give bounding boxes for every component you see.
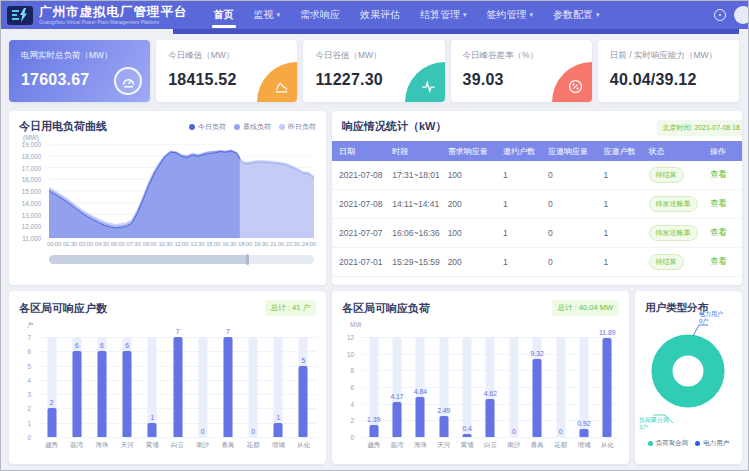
datazoom-slider[interactable] [49, 255, 314, 264]
chevron-down-icon: ▾ [277, 11, 281, 19]
chevron-down-icon: ▾ [596, 11, 600, 19]
app-title: 广州市虚拟电厂管理平台 [39, 6, 188, 19]
responded_users-cell: 1 [596, 170, 641, 180]
legend-dot-icon [189, 124, 195, 130]
category-label: 番禺 [215, 441, 240, 450]
column-header: 操作 [703, 146, 736, 157]
responded_users-cell: 1 [596, 228, 641, 238]
category-label: 海珠 [89, 441, 114, 450]
bar-slot: 0 [502, 337, 525, 437]
bar [97, 351, 106, 437]
category-label: 荔湾 [385, 441, 408, 450]
legend-item[interactable]: 负荷聚合商 [648, 439, 689, 448]
bar [173, 337, 182, 437]
bar-value-label: 6 [125, 342, 129, 349]
nav-item-7[interactable]: 参数配置▾ [543, 1, 610, 29]
legend-label: 昨日负荷 [288, 122, 316, 132]
bar-slot: 0.4 [455, 337, 478, 437]
bar-slot: 1 [140, 337, 165, 437]
legend-item[interactable]: 电力用户 [695, 439, 729, 448]
bar-value-label: 0 [201, 428, 205, 435]
table-row: 2021-07-0814:11~14:41200101待发送账单查看 [332, 190, 742, 219]
date-cell: 2021-07-08 [332, 199, 385, 209]
kpi-card-5: 日前 / 实时响应能力（MW）40.04/39.12 [598, 40, 739, 102]
y-tick-label: 0 [27, 434, 31, 441]
legend-item[interactable]: 昨日负荷 [279, 122, 316, 132]
nav-item-1[interactable]: 首页 [204, 1, 244, 29]
bar-value-label: 9.32 [531, 350, 544, 357]
bar-slot: 0.92 [572, 337, 595, 437]
status-cell: 待结算 [642, 254, 704, 270]
bar-value-label: 4.62 [484, 390, 497, 397]
bar [533, 359, 542, 437]
nav-item-3[interactable]: 需求响应 [290, 1, 350, 29]
legend-label: 负荷聚合商 [656, 439, 689, 448]
bar [299, 366, 308, 437]
grid-line [362, 437, 619, 438]
x-tick-label: 12:00 [174, 241, 188, 247]
kpi-row: 电网实时总负荷（MW）17603.67今日峰值（MW）18415.52今日谷值（… [9, 40, 739, 102]
user-avatar[interactable] [734, 6, 749, 24]
nav-item-6[interactable]: 签约管理▾ [477, 1, 544, 29]
x-tick-label: 13:30 [190, 241, 204, 247]
legend-label: 基线负荷 [243, 122, 271, 132]
period-cell: 15:29~15:59 [385, 257, 440, 267]
category-label: 黄埔 [455, 441, 478, 450]
grid-line [39, 437, 316, 438]
category-label: 南沙 [190, 441, 215, 450]
bar-slot: 2 [39, 337, 64, 437]
nav-item-2[interactable]: 监视▾ [244, 1, 291, 29]
y-tick-label: 4 [350, 400, 354, 407]
invited-cell: 1 [496, 199, 541, 209]
date-cell: 2021-07-08 [332, 170, 385, 180]
households-bar-plot: 26661707015 [39, 337, 316, 437]
period-cell: 14:11~14:41 [385, 199, 440, 209]
column-header: 应邀响应量 [541, 146, 596, 157]
legend-dot-icon [648, 441, 653, 446]
load-curve-legend: 今日负荷基线负荷昨日负荷 [189, 122, 316, 132]
category-label: 越秀 [362, 441, 385, 450]
bar [47, 408, 56, 437]
nav-item-5[interactable]: 结算管理▾ [410, 1, 477, 29]
legend-item[interactable]: 基线负荷 [234, 122, 271, 132]
bar-slot: 5 [291, 337, 316, 437]
category-label: 海珠 [409, 441, 432, 450]
demand-cell: 200 [441, 199, 496, 209]
column-header: 应邀户数 [596, 146, 641, 157]
status-badge: 待结算 [649, 167, 684, 183]
pulse-icon [405, 62, 445, 102]
table-header: 日期时段需求响应量邀约户数应邀响应量应邀户数状态操作 [332, 141, 742, 161]
y-tick-label: 6 [27, 348, 31, 355]
view-link[interactable]: 查看 [710, 169, 727, 179]
datazoom-handle[interactable] [246, 254, 249, 265]
responded_users-cell: 1 [596, 257, 641, 267]
response-table: 日期时段需求响应量邀约户数应邀响应量应邀户数状态操作 2021-07-0817:… [332, 141, 742, 277]
legend-label: 电力用户 [703, 439, 729, 448]
app-window: 广州市虚拟电厂管理平台 Guangzhou Virtual Power Plan… [0, 0, 749, 471]
legend-dot-icon [279, 124, 285, 130]
category-label: 增城 [266, 441, 291, 450]
view-link[interactable]: 查看 [710, 227, 727, 237]
nav-item-4[interactable]: 效果评估 [350, 1, 410, 29]
bar-value-label: 2 [50, 399, 54, 406]
kpi-card-2: 今日峰值（MW）18415.52 [156, 40, 297, 102]
bar [223, 337, 232, 437]
kpi-card-4: 今日峰谷差率（%）39.03 [451, 40, 592, 102]
view-link[interactable]: 查看 [710, 256, 727, 266]
x-tick-label: 07:30 [127, 241, 141, 247]
y-tick-label: 12,000 [22, 223, 41, 230]
legend-item[interactable]: 今日负荷 [189, 122, 226, 132]
column-header: 邀约户数 [496, 146, 541, 157]
notification-icon[interactable] [714, 9, 726, 21]
legend-dot-icon [234, 124, 240, 130]
user-type-card: 用户类型分布 电力用户 0户 负荷聚合商 3户 负荷聚合商电力用户 [635, 291, 742, 464]
status-badge: 待结算 [649, 254, 684, 270]
bar-slot: 4.17 [385, 337, 408, 437]
kpi-value: 40.04/39.12 [610, 71, 727, 89]
app-logo [7, 6, 33, 25]
y-tick-label: 2 [350, 417, 354, 424]
kpi-label: 今日峰谷差率（%） [463, 50, 580, 62]
bar [148, 423, 157, 437]
bar-value-label: 2.49 [437, 407, 450, 414]
view-link[interactable]: 查看 [710, 198, 727, 208]
